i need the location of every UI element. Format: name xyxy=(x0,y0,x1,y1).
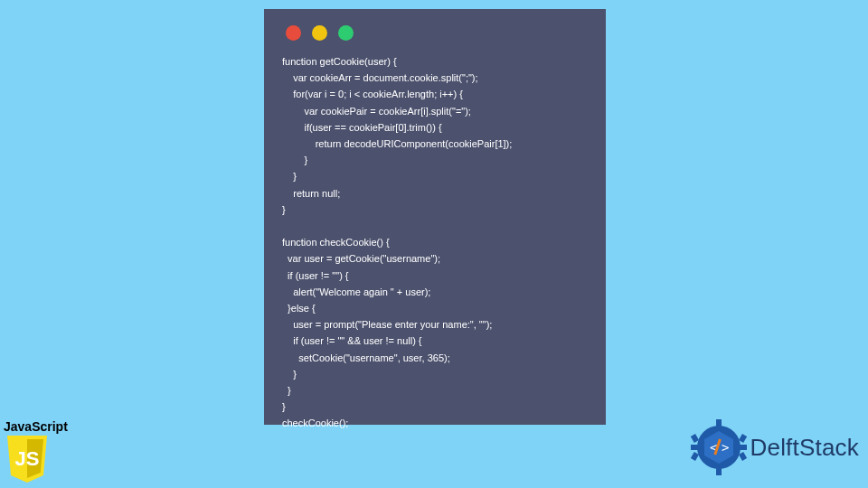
svg-rect-6 xyxy=(740,445,747,450)
svg-rect-4 xyxy=(716,468,722,475)
javascript-shield-icon: JS xyxy=(5,436,49,483)
svg-rect-5 xyxy=(691,445,698,450)
maximize-icon[interactable] xyxy=(338,25,354,41)
svg-rect-8 xyxy=(691,434,699,443)
javascript-badge: JavaScript JS xyxy=(4,419,74,483)
minimize-icon[interactable] xyxy=(312,25,327,41)
code-block: function getCookie(user) { var cookieArr… xyxy=(282,53,588,432)
js-shield-text: JS xyxy=(15,447,40,470)
svg-rect-7 xyxy=(738,434,746,443)
svg-text:>: > xyxy=(722,440,729,455)
delftstack-emblem-icon: < > xyxy=(691,419,747,475)
traffic-lights xyxy=(286,25,588,41)
close-icon[interactable] xyxy=(286,25,301,41)
javascript-label: JavaScript xyxy=(4,419,74,434)
svg-rect-9 xyxy=(738,452,746,461)
code-window: function getCookie(user) { var cookieArr… xyxy=(264,9,606,425)
delftstack-text: DelftStack xyxy=(750,434,860,462)
delftstack-logo: < > DelftStack xyxy=(691,419,860,475)
svg-rect-10 xyxy=(691,452,699,461)
svg-rect-3 xyxy=(716,419,722,427)
